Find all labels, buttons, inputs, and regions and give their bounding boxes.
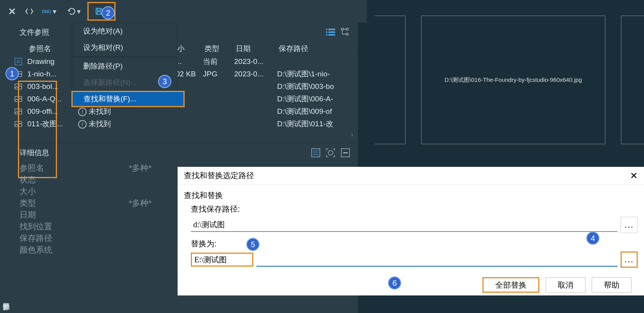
replace-input[interactable] xyxy=(191,253,253,267)
tree-view-icon[interactable] xyxy=(340,27,351,38)
help-button[interactable]: 帮助 xyxy=(592,277,632,293)
svg-rect-9 xyxy=(15,58,22,65)
preview-left xyxy=(375,16,406,144)
svg-point-17 xyxy=(328,150,333,155)
svg-rect-5 xyxy=(328,34,335,36)
h-scrollbar[interactable]: ‹ › xyxy=(12,130,358,139)
details-collapse-icon[interactable] xyxy=(340,147,351,158)
list-view-icon[interactable] xyxy=(325,27,336,38)
details-preview-icon[interactable] xyxy=(325,147,336,158)
refresh-dropdown[interactable]: ▾ xyxy=(64,2,84,20)
ctx-remove-path[interactable]: 删除路径(P) xyxy=(72,58,177,74)
image-icon xyxy=(14,82,23,91)
callout-1: 1 xyxy=(5,67,19,80)
svg-rect-8 xyxy=(346,33,348,35)
callout-3: 3 xyxy=(158,75,171,88)
close-panel-button[interactable] xyxy=(3,2,21,20)
dialog-close-button[interactable]: ✕ xyxy=(630,170,638,181)
details-list-icon[interactable] xyxy=(310,147,321,158)
refresh-icon xyxy=(68,7,76,16)
drawing-icon xyxy=(14,57,23,66)
ctx-find-replace[interactable]: 查找和替换(F)... xyxy=(71,91,185,107)
image-icon xyxy=(14,95,23,103)
svg-rect-4 xyxy=(326,34,327,36)
table-body: Drawing ... 当前 2023-0... 1-nio-h... 02 K… xyxy=(12,55,358,130)
dwg-dropdown[interactable]: DWG ▾ xyxy=(37,2,61,20)
image-icon xyxy=(14,107,23,116)
svg-point-10 xyxy=(17,60,20,63)
table-header: 参照名 小 类型 日期 保存路径 xyxy=(12,42,358,55)
table-row[interactable]: 011-改图... ! 未找到 D:\测试图\011-改 xyxy=(12,118,358,130)
table-row[interactable]: 003-bol... D:\测试图\003-bo xyxy=(12,80,358,93)
dialog-group-label: 查找和替换 xyxy=(184,190,638,201)
col-size[interactable]: 小 xyxy=(174,44,201,54)
svg-rect-6 xyxy=(342,28,343,30)
callout-6: 6 xyxy=(388,276,401,290)
image-icon xyxy=(14,120,23,128)
scroll-left-icon[interactable]: ‹ xyxy=(17,130,20,139)
callout-5: 5 xyxy=(246,238,260,251)
details-title: 详细信息 xyxy=(20,148,49,158)
context-menu: 设为绝对(A) 设为相对(R) 删除路径(P) 选择新路径(N)... 查找和替… xyxy=(72,23,177,108)
callout-2: 2 xyxy=(101,6,115,19)
replace-all-button[interactable]: 全部替换 xyxy=(482,277,539,293)
preview-right xyxy=(621,16,644,144)
find-input[interactable] xyxy=(191,218,617,232)
find-replace-dialog: 查找和替换选定路径 ✕ 查找和替换 查找保存路径: ... 替换为: ... 全… xyxy=(178,167,644,295)
sidebar: 外部参照 xyxy=(0,23,12,313)
dwg-label: DWG xyxy=(42,9,51,14)
svg-rect-7 xyxy=(346,28,348,30)
panel-header: 文件参照 xyxy=(12,23,358,42)
preview-path: D:\测试图\016-The-Foundry-by-fjcstudio-960x… xyxy=(445,76,582,84)
preview-main: D:\测试图\016-The-Foundry-by-fjcstudio-960x… xyxy=(421,16,605,144)
table-row[interactable]: 1-nio-h... 02 KB JPG 2023-0... D:\测试图\1-… xyxy=(12,68,358,80)
scroll-right-icon[interactable]: › xyxy=(351,130,353,139)
svg-rect-1 xyxy=(328,29,335,30)
ctx-set-absolute[interactable]: 设为绝对(A) xyxy=(72,23,177,39)
dialog-title: 查找和替换选定路径 xyxy=(184,170,254,181)
table-row[interactable]: Drawing ... 当前 2023-0... xyxy=(12,55,358,68)
panel-title: 文件参照 xyxy=(20,27,49,37)
warning-icon: ! xyxy=(78,108,87,116)
browse-replace-button[interactable]: ... xyxy=(621,251,638,268)
browse-find-button[interactable]: ... xyxy=(621,217,638,233)
table-row[interactable]: 009-offi... ! 未找到 D:\测试图\009-of xyxy=(12,105,358,118)
table-row[interactable]: 006-A-Q... D:\测试图\006-A- xyxy=(12,93,358,105)
svg-rect-3 xyxy=(328,32,335,33)
ctx-set-relative[interactable]: 设为相对(R) xyxy=(72,39,177,56)
svg-rect-2 xyxy=(326,32,327,33)
col-type[interactable]: 类型 xyxy=(201,44,233,54)
callout-4: 4 xyxy=(586,232,600,245)
x-icon xyxy=(8,7,16,16)
warning-icon: ! xyxy=(78,120,87,129)
col-path[interactable]: 保存路径 xyxy=(276,44,358,54)
cancel-button[interactable]: 取消 xyxy=(546,277,585,293)
preview-area: D:\测试图\016-The-Foundry-by-fjcstudio-960x… xyxy=(367,0,644,168)
replace-input-extension xyxy=(256,253,617,267)
svg-rect-0 xyxy=(326,29,327,30)
collapse-arrows-icon xyxy=(25,7,34,16)
arrows-button[interactable] xyxy=(24,2,34,20)
find-label: 查找保存路径: xyxy=(191,204,638,214)
col-date[interactable]: 日期 xyxy=(233,44,276,54)
